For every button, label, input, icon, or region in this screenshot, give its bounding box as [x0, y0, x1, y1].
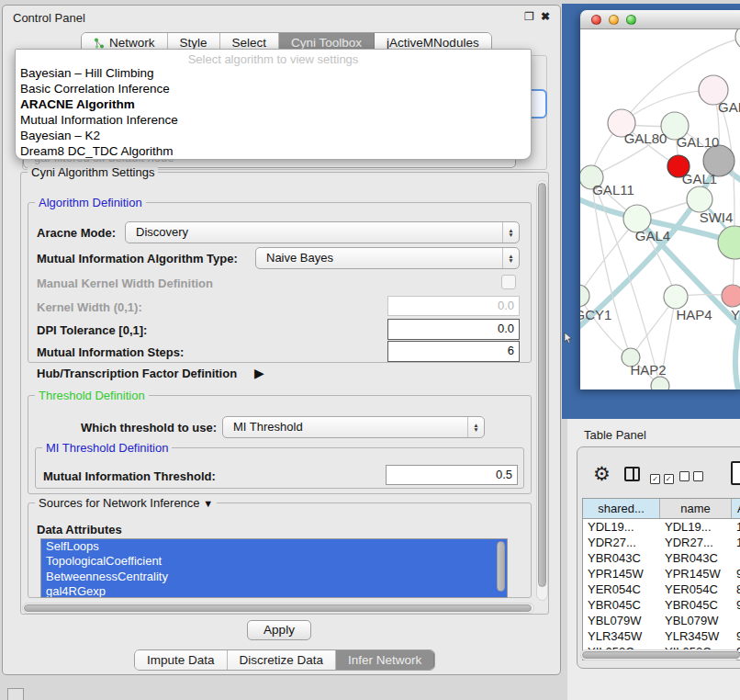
dpi-tolerance-label: DPI Tolerance [0,1]: — [37, 323, 147, 337]
attribute-item-selected[interactable]: TopologicalCoefficient — [41, 554, 507, 569]
combo-arrows-icon: ▲▼ — [467, 417, 484, 437]
algorithm-dropdown-popup: Select algorithm to view settings Bayesi… — [15, 49, 532, 160]
table-row[interactable]: YDL19... YDL19... 13 — [583, 519, 740, 535]
node-y-partial[interactable] — [722, 285, 740, 307]
algorithm-option[interactable]: Bayesian – K2 — [20, 129, 516, 144]
close-window-icon[interactable]: ✖ — [541, 10, 550, 23]
gear-icon[interactable]: ⚙ — [593, 463, 611, 485]
table-row[interactable]: YBL079W YBL079W — [583, 613, 740, 628]
label-gal11: GAL11 — [592, 182, 634, 198]
select-all-checks-icon[interactable]: ✓ ✓ — [650, 470, 674, 484]
algorithm-definition-title: Algorithm Definition — [35, 196, 146, 209]
algorithm-option[interactable]: Basic Correlation Inference — [20, 82, 516, 97]
node-big-green[interactable] — [718, 226, 740, 259]
label-y-partial: Y — [731, 307, 740, 322]
node-bottom[interactable] — [651, 377, 669, 390]
collapse-down-icon[interactable]: ▼ — [203, 498, 213, 509]
attribute-item-selected[interactable]: gal4RGexp — [41, 584, 507, 598]
table-row[interactable]: YER054C YER054C 8. — [583, 581, 740, 597]
sources-group-title: Sources for Network Inference ▼ — [35, 496, 217, 510]
settings-hscroll-thumb[interactable] — [24, 604, 532, 612]
application-root: Control Panel ❐ ✖ Network Style Select C… — [0, 0, 740, 700]
table-row[interactable]: YBR043C YBR043C — [583, 550, 740, 566]
column-header-name[interactable]: name — [660, 499, 732, 518]
table-row[interactable]: YLR345W YLR345W 9. — [583, 628, 740, 644]
dpi-tolerance-field[interactable]: 0.0 — [387, 319, 520, 340]
threshold-definition-title: Threshold Definition — [35, 389, 149, 402]
label-gal-partial: GAL — [718, 99, 740, 115]
label-gal80: GAL80 — [624, 130, 667, 146]
network-canvas[interactable]: GAL GAL80 GAL10 GAL1 GAL11 SWI4 GAL4 GCY… — [580, 29, 740, 390]
tab-network-label: Network — [109, 36, 155, 50]
kernel-width-field[interactable]: 0.0 — [387, 296, 520, 316]
column-header-shared[interactable]: shared... — [583, 499, 660, 518]
kernel-width-label: Kernel Width (0,1): — [37, 300, 142, 314]
minimize-traffic-light[interactable] — [609, 15, 619, 25]
expand-right-icon[interactable]: ▶ — [254, 366, 264, 380]
dock-icon[interactable] — [7, 688, 24, 700]
label-gal10: GAL10 — [677, 134, 720, 150]
columns-icon[interactable] — [624, 467, 640, 481]
mi-threshold-title: MI Threshold Definition — [42, 441, 172, 455]
node-corner[interactable] — [735, 29, 740, 50]
node-swi4[interactable] — [687, 186, 712, 212]
mi-steps-field[interactable]: 6 — [387, 341, 520, 362]
node-gcy1[interactable] — [580, 285, 589, 307]
mi-steps-label: Mutual Information Steps: — [37, 345, 184, 359]
label-swi4: SWI4 — [700, 209, 734, 225]
table-hscroll-thumb[interactable] — [582, 651, 740, 659]
table-header-row: shared... name A — [583, 499, 740, 519]
network-icon — [94, 38, 105, 49]
bottom-tabbar: Impute Data Discretize Data Infer Networ… — [134, 649, 435, 671]
tab-discretize-data[interactable]: Discretize Data — [228, 650, 337, 670]
column-header-partial[interactable]: A — [732, 499, 740, 518]
algorithm-option[interactable]: Bayesian – Hill Climbing — [20, 66, 516, 82]
aracne-mode-label: Aracne Mode: — [37, 226, 116, 240]
mi-threshold-field[interactable]: 0.5 — [386, 465, 518, 485]
zoom-traffic-light[interactable] — [626, 15, 636, 25]
mi-type-combobox[interactable]: Naive Bayes ▲▼ — [255, 247, 520, 269]
hub-definition-label[interactable]: Hub/Transcription Factor Definition — [37, 367, 237, 380]
network-window-titlebar[interactable] — [580, 10, 740, 29]
label-hap2: HAP2 — [630, 362, 666, 378]
label-hap4: HAP4 — [676, 307, 712, 322]
node-hap4[interactable] — [664, 285, 688, 309]
table-row[interactable]: YBR045C YBR045C 9. — [583, 597, 740, 613]
control-panel-title: Control Panel — [13, 11, 85, 25]
mi-type-label: Mutual Information Algorithm Type: — [37, 252, 238, 265]
algorithm-option[interactable]: Mutual Information Inference — [20, 113, 516, 129]
attribute-item-selected[interactable]: BetweennessCentrality — [41, 570, 507, 584]
combo-arrows-icon: ▲▼ — [502, 248, 519, 268]
algorithm-option[interactable]: Dream8 DC_TDC Algorithm — [20, 144, 516, 160]
data-attributes-label: Data Attributes — [37, 523, 122, 536]
tab-infer-network[interactable]: Infer Network — [336, 650, 434, 670]
which-threshold-label: Which threshold to use: — [81, 421, 217, 435]
which-threshold-combobox[interactable]: MI Threshold ▲▼ — [222, 416, 485, 438]
float-window-icon[interactable]: ❐ — [524, 10, 534, 23]
combo-arrows-icon: ▲▼ — [502, 222, 519, 243]
popup-hint: Select algorithm to view settings — [16, 52, 531, 66]
new-table-icon[interactable] — [731, 461, 740, 485]
data-attributes-list: SelfLoops TopologicalCoefficient Between… — [40, 538, 508, 598]
manual-kernel-label: Manual Kernel Width Definition — [37, 277, 213, 290]
table-row[interactable]: YDR27... YDR27... 12 — [583, 535, 740, 550]
tab-impute-data[interactable]: Impute Data — [135, 650, 228, 670]
settings-vscroll-thumb[interactable] — [538, 183, 546, 587]
settings-group-title: Cyni Algorithm Settings — [28, 165, 158, 179]
label-gal4: GAL4 — [635, 228, 670, 243]
apply-button[interactable]: Apply — [247, 620, 311, 640]
node-table: shared... name A YDL19... YDL19... 13 YD… — [582, 498, 740, 660]
manual-kernel-checkbox[interactable] — [501, 275, 516, 289]
aracne-mode-combobox[interactable]: Discovery ▲▼ — [125, 221, 520, 243]
mi-threshold-label: Mutual Information Threshold: — [43, 469, 216, 483]
label-gcy1: GCY1 — [580, 307, 611, 322]
list-scrollbar-thumb[interactable] — [497, 541, 505, 592]
attribute-item-selected[interactable]: SelfLoops — [41, 539, 507, 554]
table-row[interactable]: YPR145W YPR145W 9. — [583, 566, 740, 581]
close-traffic-light[interactable] — [591, 15, 601, 25]
mouse-cursor-icon — [564, 333, 573, 344]
label-gal1: GAL1 — [682, 171, 717, 186]
deselect-all-checks-icon[interactable] — [679, 470, 703, 484]
network-view-window[interactable]: GAL GAL80 GAL10 GAL1 GAL11 SWI4 GAL4 GCY… — [580, 10, 740, 390]
algorithm-option-selected[interactable]: ARACNE Algorithm — [20, 97, 516, 113]
